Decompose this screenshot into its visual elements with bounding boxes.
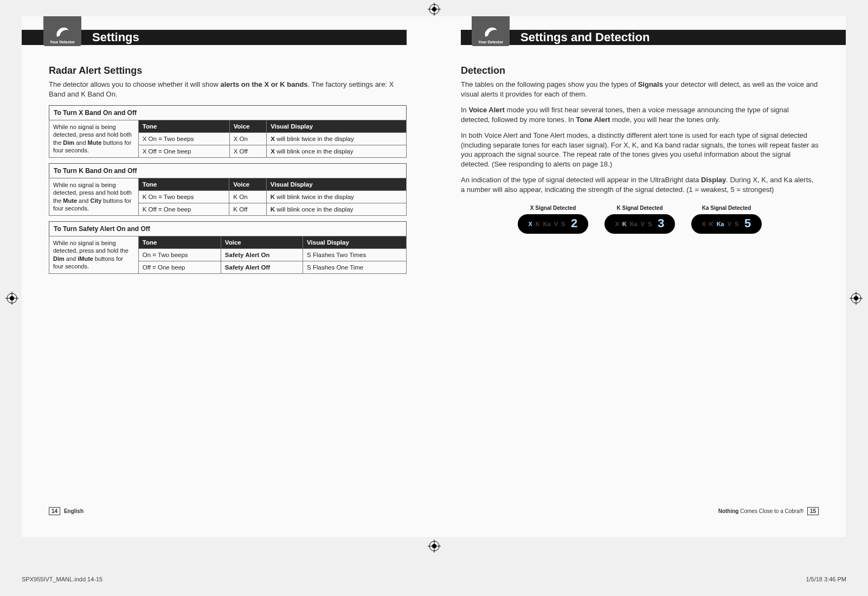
table-x-instr: While no signal is being detected, press… [49,120,139,158]
lcd-digit: 3 [657,217,664,231]
svg-point-11 [432,7,436,11]
intro-text: The detector allows you to choose whethe… [49,80,407,99]
lcd-band-s: S [561,221,565,227]
th-voice: Voice [229,178,266,191]
cell: Safety Alert On [221,249,303,261]
cell: K will blink twice in the display [266,191,406,203]
header-title-right: Settings and Detection [520,30,650,45]
display-label: Ka Signal Detected [691,205,762,211]
cobra-icon [54,26,70,39]
cell: K will blink once in the display [266,203,406,216]
lcd-band-s: S [735,221,738,227]
table-x-caption: To Turn X Band On and Off [49,105,407,120]
lcd-display: XKKaVS2 [518,214,588,234]
cell: Off = One beep [138,261,221,274]
lcd-band-ka: Ka [717,221,724,227]
page-right: Your Detector Settings and Detection Det… [434,16,846,537]
lcd-band-ka: Ka [630,221,638,227]
badge-label: Your Detector [50,40,75,44]
badge-label: Your Detector [478,40,503,44]
table-k-caption: To Turn K Band On and Off [49,163,407,178]
section-title-detection: Detection [461,65,819,76]
display-block: X Signal DetectedXKKaVS2 [518,205,588,234]
lcd-band-ka: Ka [543,221,551,227]
lcd-band-v: V [641,221,645,227]
indd-file: SPX955IVT_MANL.indd 14-15 [22,576,102,582]
header-strip [461,30,846,45]
lcd-band-k: K [709,221,713,227]
detection-p1: The tables on the following pages show y… [461,80,819,99]
cell: On = Two beeps [138,249,221,261]
svg-point-7 [854,296,858,300]
cell-bold: Safety Alert On [225,252,270,258]
crop-mark-top [428,3,441,16]
footer-left: 14 English [49,507,83,515]
lcd-band-s: S [648,221,652,227]
lcd-band-x: X [528,221,532,227]
cell: K On [229,191,266,203]
page-number-left: 14 [49,507,60,515]
indd-footer: SPX955IVT_MANL.indd 14-15 1/5/18 3:46 PM [22,576,846,582]
page-spread: Your Detector Settings Radar Alert Setti… [22,16,846,537]
crop-mark-bottom [428,540,441,553]
table-x-band: To Turn X Band On and Off While no signa… [49,105,407,158]
lcd-band-v: V [728,221,731,227]
th-disp: Visual Display [267,120,407,133]
cobra-icon [483,26,499,39]
cell: K On = Two beeps [138,191,229,203]
cell-bold: Safety Alert Off [225,264,270,271]
header-bar-left: Your Detector Settings [49,16,407,43]
lcd-band-k: K [622,221,627,227]
header-title-left: Settings [92,30,139,45]
header-bar-right: Your Detector Settings and Detection [461,16,819,43]
section-title-radar: Radar Alert Settings [49,65,407,76]
display-label: K Signal Detected [605,205,675,211]
detector-badge-left: Your Detector [43,16,81,46]
display-block: Ka Signal DetectedXKKaVS5 [691,205,762,234]
crop-mark-left [5,292,18,305]
detection-p2: In Voice Alert mode you will first hear … [461,105,819,124]
lcd-display: XKKaVS5 [691,214,762,234]
cell: K Off = One beep [138,203,229,216]
footer-lang: English [64,508,83,514]
display-label: X Signal Detected [518,205,588,211]
table-safety-alert: To Turn Safety Alert On and Off While no… [49,221,407,274]
cell: K Off [229,203,266,216]
lcd-digit: 5 [744,217,751,231]
svg-point-15 [432,544,436,548]
lcd-band-x: X [702,221,705,227]
table-s-caption: To Turn Safety Alert On and Off [49,221,407,236]
th-disp: Visual Display [303,236,407,249]
cell: X will blink twice in the display [267,133,407,145]
detection-p4: An indication of the type of signal dete… [461,175,819,194]
table-k-band: To Turn K Band On and Off While no signa… [49,163,407,216]
indd-date: 1/5/18 3:46 PM [806,576,846,582]
lcd-digit: 2 [570,217,577,231]
lcd-band-v: V [554,221,558,227]
svg-point-3 [10,296,14,300]
cell: X Off [229,145,267,158]
table-s-instr: While no signal is being detected, press… [49,236,139,274]
page-number-right: 15 [807,507,819,515]
th-tone: Tone [138,236,221,249]
cell: Safety Alert Off [221,261,303,274]
lcd-display: XKKaVS3 [605,214,675,234]
cell: X On = Two beeps [138,133,229,145]
lcd-band-k: K [536,221,540,227]
table-k-instr: While no signal is being detected, press… [49,178,139,216]
cell: S Flashes One Time [303,261,407,274]
page-left: Your Detector Settings Radar Alert Setti… [22,16,434,537]
cell: X will blink once in the display [267,145,407,158]
detection-p3: In both Voice Alert and Tone Alert modes… [461,131,819,169]
footer-right: Nothing Comes Close to a Cobra® 15 [718,507,819,515]
th-voice: Voice [229,120,267,133]
display-block: K Signal DetectedXKKaVS3 [605,205,675,234]
th-voice: Voice [221,236,303,249]
th-disp: Visual Display [266,178,406,191]
lcd-band-x: X [615,221,619,227]
th-tone: Tone [138,120,229,133]
detector-badge-right: Your Detector [472,16,510,46]
crop-mark-right [850,292,863,305]
cell: S Flashes Two Times [303,249,407,261]
cell: X Off = One beep [138,145,229,158]
